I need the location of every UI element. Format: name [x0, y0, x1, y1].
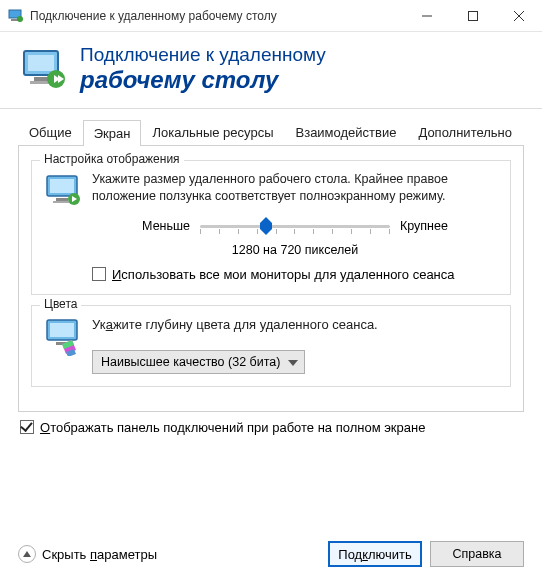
maximize-button[interactable] — [450, 0, 496, 32]
titlebar: Подключение к удаленному рабочему столу — [0, 0, 542, 32]
svg-rect-13 — [50, 179, 74, 193]
banner-text: Подключение к удаленному рабочему столу — [80, 44, 326, 94]
svg-rect-15 — [53, 201, 71, 203]
hide-options-link[interactable]: Скрыть параметры — [18, 545, 157, 563]
color-depth-select[interactable]: Наивысшее качество (32 бита) — [92, 350, 305, 374]
resolution-value: 1280 на 720 пикселей — [92, 243, 498, 257]
svg-point-2 — [17, 16, 23, 22]
display-group-title: Настройка отображения — [40, 152, 184, 166]
hide-options-label: Скрыть параметры — [42, 547, 157, 562]
slider-min-label: Меньше — [142, 219, 190, 233]
resolution-slider-row: Меньше Крупнее — [92, 215, 498, 237]
checkbox-icon — [92, 267, 106, 281]
titlebar-text: Подключение к удаленному рабочему столу — [30, 9, 404, 23]
svg-marker-22 — [23, 551, 31, 557]
resolution-slider[interactable] — [200, 215, 390, 237]
banner: Подключение к удаленному рабочему столу — [0, 32, 542, 109]
rdp-icon — [20, 45, 68, 93]
chevron-down-icon — [288, 354, 298, 369]
minimize-button[interactable] — [404, 0, 450, 32]
tab-body: Настройка отображения Укажите размер уда… — [18, 145, 524, 412]
tab-local-resources[interactable]: Локальные ресурсы — [141, 119, 284, 145]
tab-general[interactable]: Общие — [18, 119, 83, 145]
color-depth-value: Наивысшее качество (32 бита) — [101, 355, 280, 369]
chevron-up-icon — [18, 545, 36, 563]
colors-group-title: Цвета — [40, 297, 81, 311]
color-monitor-icon — [44, 316, 84, 356]
help-button[interactable]: Справка — [430, 541, 524, 567]
colors-group: Цвета Укажите глубину цвета для удаленно… — [31, 305, 511, 387]
checkbox-icon — [20, 420, 34, 434]
monitor-icon — [44, 171, 84, 211]
colors-description: Укажите глубину цвета для удаленного сеа… — [92, 316, 498, 334]
slider-max-label: Крупнее — [400, 219, 448, 233]
svg-marker-21 — [288, 360, 298, 366]
footer: Скрыть параметры Подключить Справка — [0, 529, 542, 583]
svg-rect-8 — [28, 55, 54, 71]
svg-rect-19 — [50, 323, 74, 337]
tab-advanced[interactable]: Дополнительно — [407, 119, 523, 145]
tabs: Общие Экран Локальные ресурсы Взаимодейс… — [18, 119, 524, 145]
show-connection-bar-checkbox[interactable]: Отображать панель подключений при работе… — [18, 420, 524, 435]
tab-experience[interactable]: Взаимодействие — [285, 119, 408, 145]
tab-display[interactable]: Экран — [83, 120, 142, 146]
app-icon — [8, 8, 24, 24]
svg-marker-17 — [260, 217, 272, 235]
connect-button[interactable]: Подключить — [328, 541, 422, 567]
banner-line2: рабочему столу — [80, 66, 326, 94]
svg-rect-4 — [469, 11, 478, 20]
slider-thumb[interactable] — [258, 215, 274, 238]
display-description: Укажите размер удаленного рабочего стола… — [92, 171, 498, 205]
close-button[interactable] — [496, 0, 542, 32]
use-all-monitors-checkbox[interactable]: Использовать все мои мониторы для удален… — [92, 267, 498, 282]
use-all-monitors-label: Использовать все мои мониторы для удален… — [112, 267, 455, 282]
show-connection-bar-label: Отображать панель подключений при работе… — [40, 420, 425, 435]
display-config-group: Настройка отображения Укажите размер уда… — [31, 160, 511, 295]
svg-rect-14 — [56, 198, 68, 201]
banner-line1: Подключение к удаленному — [80, 44, 326, 66]
svg-rect-9 — [34, 77, 48, 81]
